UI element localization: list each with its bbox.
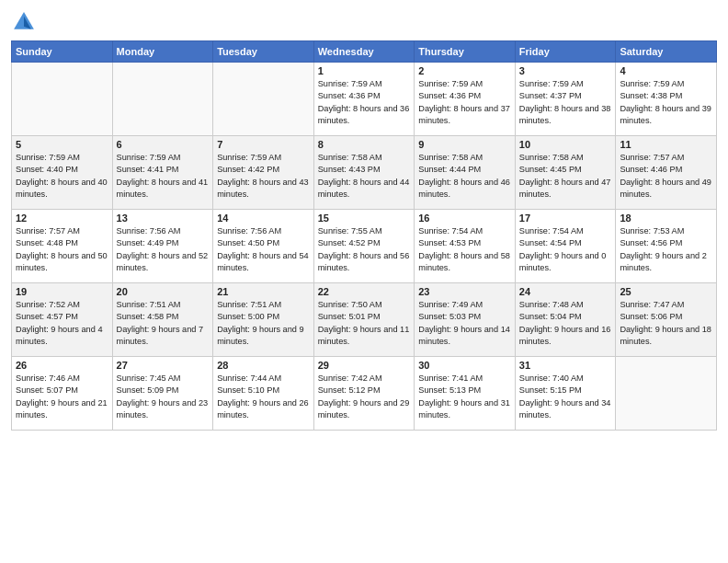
day-number: 19	[16, 286, 108, 297]
day-header-sunday: Sunday	[12, 41, 113, 63]
main-container: SundayMondayTuesdayWednesdayThursdayFrid…	[0, 0, 728, 438]
calendar-cell: 10Sunrise: 7:58 AMSunset: 4:45 PMDayligh…	[515, 136, 616, 210]
day-info: Sunrise: 7:57 AMSunset: 4:46 PMDaylight:…	[620, 152, 712, 201]
day-number: 27	[117, 360, 210, 371]
day-number: 10	[519, 139, 612, 150]
calendar-week-4: 19Sunrise: 7:52 AMSunset: 4:57 PMDayligh…	[12, 283, 717, 357]
day-number: 20	[117, 286, 210, 297]
day-info: Sunrise: 7:59 AMSunset: 4:38 PMDaylight:…	[620, 78, 712, 127]
calendar-cell: 22Sunrise: 7:50 AMSunset: 5:01 PMDayligh…	[313, 283, 415, 357]
day-number: 16	[418, 213, 511, 224]
day-info: Sunrise: 7:40 AMSunset: 5:15 PMDaylight:…	[519, 373, 612, 421]
day-number: 22	[318, 286, 411, 297]
calendar-week-1: 1Sunrise: 7:59 AMSunset: 4:36 PMDaylight…	[12, 63, 717, 136]
day-number: 1	[318, 65, 411, 76]
calendar-cell	[112, 63, 213, 136]
header	[11, 9, 717, 35]
calendar-cell: 28Sunrise: 7:44 AMSunset: 5:10 PMDayligh…	[213, 357, 314, 431]
calendar-cell: 31Sunrise: 7:40 AMSunset: 5:15 PMDayligh…	[515, 357, 616, 431]
day-header-thursday: Thursday	[415, 41, 516, 63]
calendar-cell	[12, 63, 113, 136]
day-header-wednesday: Wednesday	[313, 41, 415, 63]
day-info: Sunrise: 7:52 AMSunset: 4:57 PMDaylight:…	[16, 299, 108, 348]
calendar-cell: 4Sunrise: 7:59 AMSunset: 4:38 PMDaylight…	[616, 63, 717, 136]
day-header-friday: Friday	[515, 41, 616, 63]
calendar-cell: 21Sunrise: 7:51 AMSunset: 5:00 PMDayligh…	[213, 283, 314, 357]
day-info: Sunrise: 7:51 AMSunset: 4:58 PMDaylight:…	[117, 299, 210, 348]
calendar-cell: 12Sunrise: 7:57 AMSunset: 4:48 PMDayligh…	[12, 210, 113, 283]
day-info: Sunrise: 7:54 AMSunset: 4:54 PMDaylight:…	[519, 225, 612, 274]
day-info: Sunrise: 7:56 AMSunset: 4:50 PMDaylight:…	[217, 225, 310, 274]
calendar-week-2: 5Sunrise: 7:59 AMSunset: 4:40 PMDaylight…	[12, 136, 717, 210]
day-header-saturday: Saturday	[616, 41, 717, 63]
day-number: 13	[117, 213, 210, 224]
day-info: Sunrise: 7:41 AMSunset: 5:13 PMDaylight:…	[418, 373, 511, 421]
day-info: Sunrise: 7:59 AMSunset: 4:36 PMDaylight:…	[318, 78, 411, 127]
day-number: 9	[418, 139, 511, 150]
day-info: Sunrise: 7:44 AMSunset: 5:10 PMDaylight:…	[217, 373, 310, 421]
calendar-cell: 15Sunrise: 7:55 AMSunset: 4:52 PMDayligh…	[313, 210, 415, 283]
day-info: Sunrise: 7:53 AMSunset: 4:56 PMDaylight:…	[620, 225, 712, 274]
day-number: 4	[620, 65, 712, 76]
day-number: 23	[418, 286, 511, 297]
calendar-cell	[213, 63, 314, 136]
calendar-cell: 7Sunrise: 7:59 AMSunset: 4:42 PMDaylight…	[213, 136, 314, 210]
calendar-cell: 30Sunrise: 7:41 AMSunset: 5:13 PMDayligh…	[415, 357, 516, 431]
calendar-cell: 20Sunrise: 7:51 AMSunset: 4:58 PMDayligh…	[112, 283, 213, 357]
day-header-monday: Monday	[112, 41, 213, 63]
day-number: 25	[620, 286, 712, 297]
day-info: Sunrise: 7:59 AMSunset: 4:37 PMDaylight:…	[519, 78, 612, 127]
day-info: Sunrise: 7:58 AMSunset: 4:45 PMDaylight:…	[519, 152, 612, 201]
calendar-cell: 9Sunrise: 7:58 AMSunset: 4:44 PMDaylight…	[415, 136, 516, 210]
day-number: 18	[620, 213, 712, 224]
logo	[11, 9, 40, 35]
day-number: 31	[519, 360, 612, 371]
day-number: 17	[519, 213, 612, 224]
day-number: 28	[217, 360, 310, 371]
day-number: 6	[117, 139, 210, 150]
day-info: Sunrise: 7:50 AMSunset: 5:01 PMDaylight:…	[318, 299, 411, 348]
day-header-tuesday: Tuesday	[213, 41, 314, 63]
calendar-cell: 6Sunrise: 7:59 AMSunset: 4:41 PMDaylight…	[112, 136, 213, 210]
calendar-cell: 24Sunrise: 7:48 AMSunset: 5:04 PMDayligh…	[515, 283, 616, 357]
logo-icon	[11, 9, 37, 35]
calendar-cell: 11Sunrise: 7:57 AMSunset: 4:46 PMDayligh…	[616, 136, 717, 210]
day-info: Sunrise: 7:58 AMSunset: 4:43 PMDaylight:…	[318, 152, 411, 201]
day-info: Sunrise: 7:59 AMSunset: 4:42 PMDaylight:…	[217, 152, 310, 201]
calendar-table: SundayMondayTuesdayWednesdayThursdayFrid…	[11, 40, 717, 431]
day-number: 30	[418, 360, 511, 371]
calendar-cell: 25Sunrise: 7:47 AMSunset: 5:06 PMDayligh…	[616, 283, 717, 357]
calendar-cell: 8Sunrise: 7:58 AMSunset: 4:43 PMDaylight…	[313, 136, 415, 210]
calendar-header-row: SundayMondayTuesdayWednesdayThursdayFrid…	[12, 41, 717, 63]
calendar-week-5: 26Sunrise: 7:46 AMSunset: 5:07 PMDayligh…	[12, 357, 717, 431]
calendar-cell: 27Sunrise: 7:45 AMSunset: 5:09 PMDayligh…	[112, 357, 213, 431]
calendar-cell: 19Sunrise: 7:52 AMSunset: 4:57 PMDayligh…	[12, 283, 113, 357]
day-info: Sunrise: 7:58 AMSunset: 4:44 PMDaylight:…	[418, 152, 511, 201]
day-info: Sunrise: 7:51 AMSunset: 5:00 PMDaylight:…	[217, 299, 310, 348]
day-info: Sunrise: 7:56 AMSunset: 4:49 PMDaylight:…	[117, 225, 210, 274]
day-info: Sunrise: 7:46 AMSunset: 5:07 PMDaylight:…	[16, 373, 108, 421]
day-number: 14	[217, 213, 310, 224]
day-number: 26	[16, 360, 108, 371]
day-info: Sunrise: 7:48 AMSunset: 5:04 PMDaylight:…	[519, 299, 612, 348]
day-number: 5	[16, 139, 108, 150]
calendar-cell: 29Sunrise: 7:42 AMSunset: 5:12 PMDayligh…	[313, 357, 415, 431]
day-number: 29	[318, 360, 411, 371]
day-info: Sunrise: 7:47 AMSunset: 5:06 PMDaylight:…	[620, 299, 712, 348]
day-info: Sunrise: 7:59 AMSunset: 4:36 PMDaylight:…	[418, 78, 511, 127]
day-number: 8	[318, 139, 411, 150]
day-number: 21	[217, 286, 310, 297]
calendar-cell: 1Sunrise: 7:59 AMSunset: 4:36 PMDaylight…	[313, 63, 415, 136]
day-info: Sunrise: 7:57 AMSunset: 4:48 PMDaylight:…	[16, 225, 108, 274]
calendar-week-3: 12Sunrise: 7:57 AMSunset: 4:48 PMDayligh…	[12, 210, 717, 283]
day-number: 3	[519, 65, 612, 76]
calendar-cell: 5Sunrise: 7:59 AMSunset: 4:40 PMDaylight…	[12, 136, 113, 210]
calendar-cell: 18Sunrise: 7:53 AMSunset: 4:56 PMDayligh…	[616, 210, 717, 283]
calendar-cell: 16Sunrise: 7:54 AMSunset: 4:53 PMDayligh…	[415, 210, 516, 283]
calendar-cell	[616, 357, 717, 431]
day-info: Sunrise: 7:59 AMSunset: 4:40 PMDaylight:…	[16, 152, 108, 201]
day-info: Sunrise: 7:54 AMSunset: 4:53 PMDaylight:…	[418, 225, 511, 274]
day-info: Sunrise: 7:59 AMSunset: 4:41 PMDaylight:…	[117, 152, 210, 201]
calendar-cell: 26Sunrise: 7:46 AMSunset: 5:07 PMDayligh…	[12, 357, 113, 431]
day-info: Sunrise: 7:49 AMSunset: 5:03 PMDaylight:…	[418, 299, 511, 348]
